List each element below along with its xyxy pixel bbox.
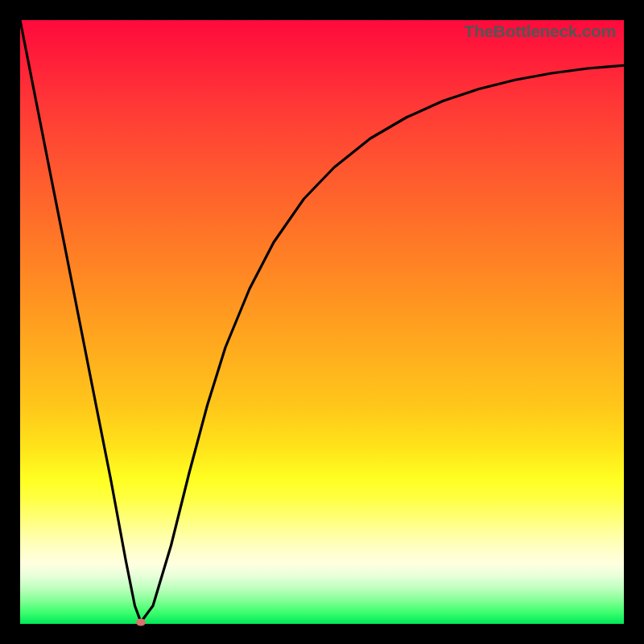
minimum-marker — [136, 618, 146, 625]
curve-svg — [20, 20, 624, 624]
plot-area: TheBottleneck.com — [20, 20, 624, 624]
chart-container: TheBottleneck.com — [0, 0, 644, 644]
bottleneck-curve-path — [20, 20, 624, 622]
